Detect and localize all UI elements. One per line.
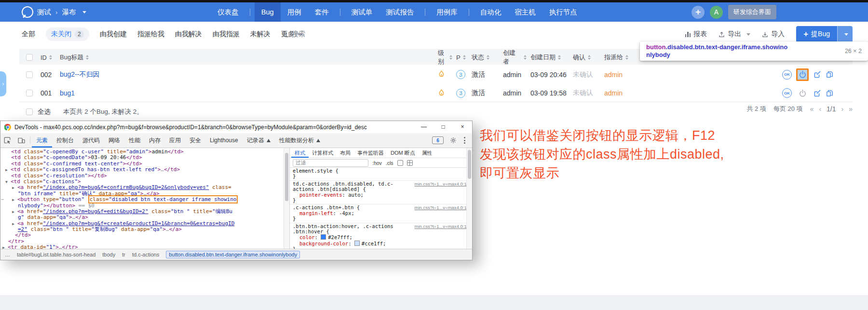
breadcrumb-app[interactable]: 测试 — [37, 8, 51, 17]
devtools-tab-源代码[interactable]: 源代码 — [78, 133, 104, 148]
scrollbar-thumb[interactable] — [285, 153, 288, 201]
report-button[interactable]: 报表 — [685, 30, 707, 39]
devtools-tab-记录器[interactable]: 记录器 — [243, 133, 275, 148]
column-header-状态[interactable]: 状态 — [468, 53, 499, 62]
dom-breadcrumb-item[interactable]: button.disabled.btn.text-danger.iframe.s… — [166, 251, 300, 258]
device-toolbar-icon[interactable] — [14, 137, 28, 144]
rule-selector[interactable]: element.style { — [293, 168, 469, 174]
edit-icon[interactable] — [813, 89, 821, 97]
styles-tab-事件监听器[interactable]: 事件监听器 — [354, 148, 387, 158]
devtools-tab-网络[interactable]: 网络 — [104, 133, 124, 148]
sort-icon[interactable] — [558, 55, 561, 60]
bug-table-row[interactable]: 001bug133激活admin03-09 19:58未确认adminOK — [19, 84, 853, 102]
bug-title-link[interactable]: bug2--不归因 — [58, 70, 434, 79]
row-checkbox[interactable] — [26, 90, 33, 96]
element-classes-icon[interactable] — [407, 160, 413, 166]
breadcrumb-overflow-icon[interactable]: … — [5, 252, 10, 257]
close-power-icon[interactable] — [796, 68, 809, 81]
filter-由我解决[interactable]: 由我解决 — [175, 30, 202, 39]
app-logo-icon[interactable] — [22, 6, 33, 18]
confirm-ok-icon[interactable]: OK — [782, 70, 792, 80]
dom-breadcrumb-item[interactable]: td.c-actions — [132, 252, 159, 257]
nav-tab-自动化[interactable]: 自动化 — [474, 2, 508, 22]
css-property[interactable]: color: #2e7fff; — [293, 234, 469, 240]
nav-tab-套件[interactable]: 套件 — [308, 2, 336, 22]
new-style-rule-icon[interactable] — [397, 160, 403, 166]
column-header-级别[interactable]: 级别 — [434, 49, 452, 66]
filter-指派给我[interactable]: 指派给我 — [137, 30, 164, 39]
devtools-tab-安全[interactable]: 安全 — [185, 133, 205, 148]
scrollbar-thumb[interactable] — [468, 150, 471, 179]
styles-tab-布局[interactable]: 布局 — [337, 148, 354, 158]
column-header-ID[interactable]: ID — [37, 54, 58, 61]
create-bug-button[interactable]: + 提Bug — [796, 26, 837, 42]
filter-由我创建[interactable]: 由我创建 — [100, 30, 127, 39]
color-swatch[interactable] — [321, 234, 326, 240]
header-checkbox[interactable] — [26, 54, 33, 61]
elements-code-line[interactable]: </td> — [0, 232, 289, 238]
filter-未关闭[interactable]: 未关闭2 — [46, 27, 89, 41]
more-actions-icon[interactable]: ⋯ — [1, 197, 4, 202]
dom-breadcrumb-item[interactable]: tbody — [102, 252, 115, 257]
copy-icon[interactable] — [826, 70, 834, 79]
stylesheet-link[interactable]: min.css?t=1...v=max4.0:16 — [414, 224, 469, 229]
sort-icon[interactable] — [86, 55, 89, 60]
console-messages-badge[interactable]: 6 — [432, 136, 444, 144]
devtools-tab-应用[interactable]: 应用 — [165, 133, 185, 148]
copy-icon[interactable] — [826, 89, 834, 97]
column-header-P[interactable]: P — [452, 54, 468, 61]
styles-scrollbar[interactable] — [466, 148, 472, 249]
devtools-tab-元素[interactable]: 元素 — [32, 133, 52, 148]
elements-scrollbar[interactable] — [284, 148, 289, 249]
styles-tab-样式[interactable]: 样式 — [291, 148, 309, 158]
confirm-ok-icon[interactable]: OK — [782, 88, 792, 98]
column-header-创建者[interactable]: 创建者 — [499, 49, 527, 66]
column-header-指派给[interactable]: 指派给 — [600, 53, 641, 62]
sort-icon[interactable] — [49, 55, 52, 60]
nav-tab-宿主机[interactable]: 宿主机 — [508, 2, 542, 22]
maximize-button[interactable]: □ — [434, 121, 453, 133]
select-all-checkbox[interactable] — [26, 108, 33, 115]
filter-全部[interactable]: 全部 — [22, 30, 35, 39]
css-property[interactable]: pointer-events: auto; — [293, 192, 469, 198]
stylesheet-link[interactable]: min.css?t=1...v=max4.0:16 — [414, 181, 469, 187]
close-power-icon[interactable] — [796, 87, 809, 99]
gear-icon[interactable] — [450, 137, 457, 144]
bug-assignee[interactable]: admin — [600, 71, 641, 79]
column-header-Bug标题[interactable]: Bug标题 — [58, 53, 434, 62]
devtools-tab-内存[interactable]: 内存 — [145, 133, 165, 148]
devtools-tab-Lighthouse[interactable]: Lighthouse — [205, 133, 243, 148]
inspect-element-icon[interactable] — [0, 137, 14, 144]
column-header-创建日期[interactable]: 创建日期 — [527, 53, 569, 62]
bug-table-row[interactable]: 002bug2--不归因33激活admin03-09 20:46未确认admin… — [19, 65, 853, 85]
sort-icon[interactable] — [487, 55, 489, 60]
bug-title-link[interactable]: bug1 — [58, 89, 434, 97]
dom-breadcrumb-item[interactable]: table#bugList.table.has-sort-head — [17, 252, 95, 257]
styles-filter-input[interactable]: 过滤 — [293, 159, 368, 167]
devtools-tab-性能[interactable]: 性能 — [124, 133, 145, 148]
close-button[interactable]: × — [453, 121, 472, 133]
elements-code-line[interactable]: =2" class="btn " title="复制Bug" data-app=… — [0, 227, 289, 232]
css-property[interactable]: background-color: #cce1ff; — [293, 241, 469, 246]
dom-breadcrumb-item[interactable]: tr — [122, 252, 125, 257]
bug-assignee[interactable]: admin — [600, 89, 641, 97]
sort-icon[interactable] — [588, 55, 591, 60]
color-swatch[interactable] — [354, 241, 360, 246]
mode-switch-button[interactable]: 研发综合界面 — [728, 5, 776, 19]
kebab-menu-icon[interactable] — [463, 136, 466, 145]
nav-tab-执行节点[interactable]: 执行节点 — [542, 2, 584, 22]
nav-tab-测试单[interactable]: 测试单 — [345, 2, 380, 22]
row-checkbox[interactable] — [26, 71, 33, 78]
styles-tab-计算样式[interactable]: 计算样式 — [309, 148, 337, 158]
filter-由我指派[interactable]: 由我指派 — [213, 30, 240, 39]
nav-tab-测试报告[interactable]: 测试报告 — [379, 2, 420, 22]
devtools-tab-性能数据分析[interactable]: 性能数据分析 — [275, 133, 325, 148]
nav-tab-仪表盘[interactable]: 仪表盘 — [211, 2, 245, 22]
last-page-icon[interactable]: » — [849, 105, 853, 113]
rule-selector[interactable]: .btn:hover { — [293, 229, 469, 234]
next-page-icon[interactable]: › — [841, 105, 844, 113]
nav-tab-Bug[interactable]: Bug — [255, 2, 281, 22]
nav-tab-用例库[interactable]: 用例库 — [430, 2, 464, 22]
toggle-:hov[interactable]: :hov — [372, 160, 382, 166]
prev-page-icon[interactable]: ‹ — [819, 105, 821, 113]
